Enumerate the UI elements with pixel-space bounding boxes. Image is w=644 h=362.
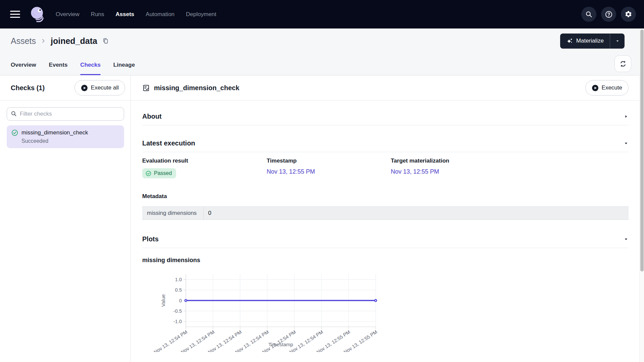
check-success-icon xyxy=(146,171,151,176)
target-materialization-label: Target materialization xyxy=(391,158,629,164)
nav-actions xyxy=(581,7,636,22)
copy-icon[interactable] xyxy=(102,37,109,45)
check-list-item[interactable]: missing_dimension_check Succeeded xyxy=(7,125,124,148)
svg-text:0: 0 xyxy=(179,298,182,303)
execute-all-label: Execute all xyxy=(91,84,119,91)
nav-item-runs[interactable]: Runs xyxy=(91,11,104,18)
materialize-split-button: Materialize xyxy=(560,34,625,49)
nav-item-deployment[interactable]: Deployment xyxy=(186,11,216,18)
refresh-icon xyxy=(619,60,627,68)
search-icon xyxy=(585,11,593,18)
latest-execution-title: Latest execution xyxy=(142,139,195,147)
page-scrollbar[interactable] xyxy=(639,28,644,362)
timestamp-link[interactable]: Nov 13, 12:55 PM xyxy=(267,168,315,175)
primary-nav: Overview Runs Assets Automation Deployme… xyxy=(56,11,216,18)
asset-tabs: Overview Events Checks Lineage xyxy=(0,53,644,75)
divider xyxy=(142,125,629,125)
execute-label: Execute xyxy=(602,84,622,91)
refresh-button[interactable] xyxy=(614,55,631,72)
check-success-icon xyxy=(11,129,18,136)
metadata-key: missing dimensions xyxy=(142,207,203,220)
metadata-label: Metadata xyxy=(142,193,629,200)
asset-name: joined_data xyxy=(51,36,97,46)
execute-button[interactable]: Execute xyxy=(585,80,629,96)
nav-item-overview[interactable]: Overview xyxy=(56,11,79,18)
search-icon xyxy=(11,111,17,118)
filter-checks-field xyxy=(7,107,124,121)
dagster-logo-icon[interactable] xyxy=(28,4,48,25)
divider xyxy=(142,248,629,248)
execute-all-button[interactable]: Execute all xyxy=(74,80,125,96)
breadcrumb-chevron-icon xyxy=(41,38,46,44)
check-name: missing_dimension_check xyxy=(21,129,88,136)
sparkles-icon xyxy=(566,37,573,45)
play-circle-icon xyxy=(81,84,88,92)
filter-checks-input[interactable] xyxy=(7,107,124,121)
asset-page-header: Assets joined_data Materialize Ove xyxy=(0,28,644,75)
chevron-right-icon xyxy=(624,114,629,119)
passed-badge: Passed xyxy=(142,168,176,178)
timestamp-field: Timestamp Nov 13, 12:55 PM xyxy=(267,158,391,178)
plots-section-toggle[interactable]: Plots xyxy=(142,235,629,243)
plot-svg: 1.00.50-0.5-1.0Nov 13, 12:54 PMNov 13, 1… xyxy=(148,270,389,352)
evaluation-result-field: Evaluation result Passed xyxy=(142,158,267,178)
about-title: About xyxy=(142,113,162,120)
search-button[interactable] xyxy=(581,7,596,22)
checks-sidebar: Checks (1) Execute all missing_dimension… xyxy=(0,75,131,362)
svg-text:Value: Value xyxy=(160,294,166,307)
breadcrumb-assets-link[interactable]: Assets xyxy=(11,36,36,46)
tab-lineage[interactable]: Lineage xyxy=(113,55,135,75)
missing-dimensions-chart[interactable]: 1.00.50-0.5-1.0Nov 13, 12:54 PMNov 13, 1… xyxy=(148,270,629,353)
breadcrumb: Assets joined_data Materialize xyxy=(0,28,644,53)
tab-overview[interactable]: Overview xyxy=(11,55,36,75)
settings-icon xyxy=(625,10,632,18)
play-circle-icon xyxy=(592,84,599,92)
target-materialization-link[interactable]: Nov 13, 12:55 PM xyxy=(391,168,439,175)
chevron-down-icon xyxy=(624,141,629,146)
checks-count-title: Checks (1) xyxy=(11,84,45,92)
check-detail-title: missing_dimension_check xyxy=(154,84,239,92)
nav-item-automation[interactable]: Automation xyxy=(146,11,174,18)
about-section-toggle[interactable]: About xyxy=(142,113,629,120)
help-button[interactable] xyxy=(601,7,616,22)
check-document-icon xyxy=(142,84,150,92)
menu-icon[interactable] xyxy=(10,11,20,18)
svg-text:-0.5: -0.5 xyxy=(173,308,182,314)
tab-checks[interactable]: Checks xyxy=(80,55,100,75)
scrollbar-thumb[interactable] xyxy=(640,29,644,272)
svg-text:Timestamp: Timestamp xyxy=(268,342,293,347)
check-status: Succeeded xyxy=(11,138,119,144)
svg-text:0.5: 0.5 xyxy=(175,287,182,293)
plot-title: missing dimensions xyxy=(142,257,629,264)
top-nav: Overview Runs Assets Automation Deployme… xyxy=(0,0,644,28)
svg-text:1.0: 1.0 xyxy=(175,277,182,282)
passed-label: Passed xyxy=(154,170,172,176)
check-detail-panel: missing_dimension_check Execute About La… xyxy=(131,75,644,362)
timestamp-label: Timestamp xyxy=(267,158,391,164)
materialize-button[interactable]: Materialize xyxy=(560,34,610,49)
settings-button[interactable] xyxy=(621,7,636,22)
svg-text:-1.0: -1.0 xyxy=(173,319,182,324)
target-materialization-field: Target materialization Nov 13, 12:55 PM xyxy=(391,158,629,178)
plots-title: Plots xyxy=(142,235,159,243)
tab-events[interactable]: Events xyxy=(49,55,68,75)
evaluation-result-label: Evaluation result xyxy=(142,158,267,164)
metadata-value: 0 xyxy=(203,207,629,220)
chevron-down-icon xyxy=(624,237,629,242)
materialize-dropdown-button[interactable] xyxy=(610,34,625,49)
latest-execution-section-toggle[interactable]: Latest execution xyxy=(142,139,629,147)
caret-down-icon xyxy=(615,38,620,44)
divider xyxy=(142,152,629,152)
nav-item-assets[interactable]: Assets xyxy=(116,11,135,18)
metadata-row: missing dimensions 0 xyxy=(142,207,629,220)
help-icon xyxy=(605,10,613,18)
metadata-table: missing dimensions 0 xyxy=(142,206,629,220)
materialize-label: Materialize xyxy=(576,38,604,44)
